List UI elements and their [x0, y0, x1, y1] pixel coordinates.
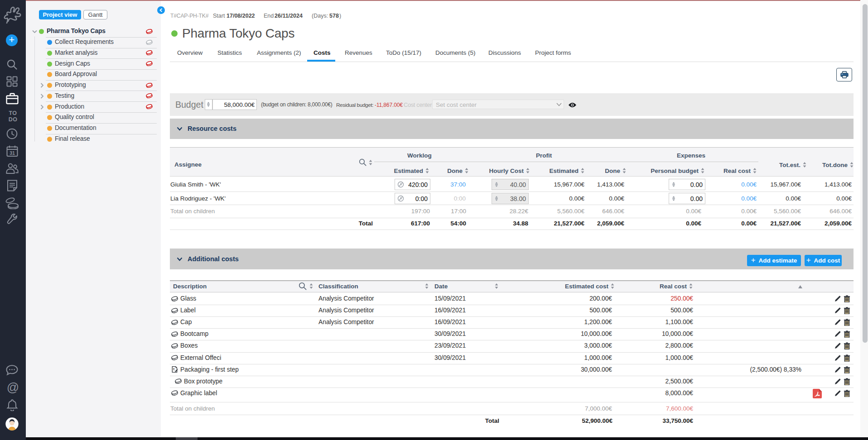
- svg-text:31: 31: [10, 150, 15, 156]
